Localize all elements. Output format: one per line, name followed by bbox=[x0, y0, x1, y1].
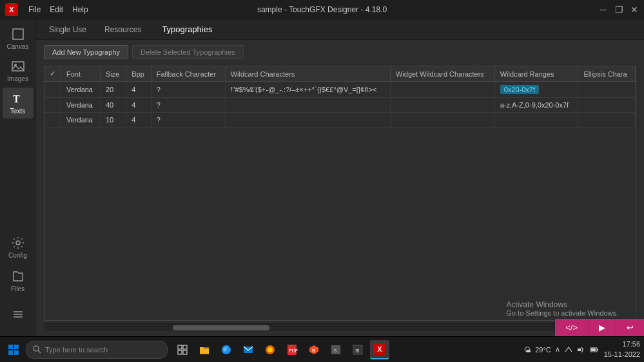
weather-icon: 🌤 bbox=[524, 346, 531, 354]
clock-date: 15-11-2022 bbox=[604, 350, 640, 359]
add-typography-button[interactable]: Add New Typography bbox=[44, 45, 128, 59]
tab-single-use[interactable]: Single Use bbox=[41, 23, 94, 37]
taskbar-right: 🌤 29°C ∧ 17:56 15-11-2022 bbox=[524, 339, 640, 359]
delete-typography-button[interactable]: Delete Selected Typographies bbox=[132, 45, 244, 59]
sidebar-item-bars[interactable] bbox=[3, 299, 34, 330]
row3-wildcard-ranges bbox=[494, 113, 578, 128]
sidebar-item-files[interactable]: Files bbox=[3, 265, 34, 296]
svg-text:T: T bbox=[13, 93, 20, 104]
sidebar-item-config[interactable]: Config bbox=[3, 232, 34, 263]
svg-text:PDF: PDF bbox=[289, 348, 298, 353]
bottom-toolbar: </> ▶ ↩ bbox=[555, 319, 644, 336]
page-title: Typographies bbox=[151, 22, 222, 37]
svg-point-12 bbox=[34, 346, 39, 351]
config-icon bbox=[11, 236, 25, 250]
row2-font: Verdana bbox=[61, 98, 101, 113]
row2-ellipsis bbox=[578, 98, 636, 113]
svg-text:S: S bbox=[333, 348, 337, 354]
typography-content: Add New Typography Delete Selected Typog… bbox=[36, 40, 644, 336]
network-icon bbox=[564, 345, 573, 354]
sidebar-bottom: Config Files bbox=[3, 232, 34, 336]
run-button[interactable]: ▶ bbox=[589, 319, 616, 336]
sub-tabs-bar: Single Use Resources Typographies bbox=[36, 19, 644, 40]
row1-ellipsis bbox=[578, 82, 636, 98]
system-tray: 🌤 29°C ∧ bbox=[524, 345, 599, 354]
col-wildcard-ranges: Wildcard Ranges bbox=[494, 66, 578, 82]
brave-icon[interactable]: B bbox=[304, 340, 324, 359]
sidebar-label-canvas: Canvas bbox=[7, 43, 29, 50]
search-icon bbox=[33, 345, 41, 354]
menu-help[interactable]: Help bbox=[72, 5, 88, 14]
mail-icon[interactable] bbox=[239, 340, 258, 359]
menu-edit[interactable]: Edit bbox=[50, 5, 63, 14]
row1-checkbox[interactable] bbox=[44, 82, 61, 98]
sidebar-label-images: Images bbox=[7, 75, 28, 82]
title-bar: X File Edit Help sample - TouchGFX Desig… bbox=[0, 0, 644, 19]
start-button[interactable] bbox=[4, 340, 23, 359]
menu-file[interactable]: File bbox=[28, 5, 41, 14]
row1-fallback: ? bbox=[151, 82, 225, 98]
svg-point-21 bbox=[268, 347, 273, 352]
table-row[interactable]: Verdana 20 4 ? !"#$%&'($+‑@_‑.:?/–±×++°`… bbox=[44, 82, 636, 98]
app-icon-2[interactable]: ⊞ bbox=[348, 340, 367, 359]
sidebar-label-texts: Texts bbox=[10, 108, 25, 115]
temperature-display: 29°C bbox=[535, 346, 551, 354]
maximize-button[interactable]: ❐ bbox=[614, 5, 623, 14]
firefox-icon[interactable] bbox=[260, 340, 280, 359]
row1-size: 20 bbox=[100, 82, 126, 98]
scroll-thumb[interactable] bbox=[173, 325, 269, 330]
canvas-icon bbox=[11, 27, 25, 41]
svg-rect-14 bbox=[178, 345, 182, 349]
col-widget-wildcard: Widget Wildcard Characters bbox=[390, 66, 494, 82]
svg-rect-0 bbox=[13, 29, 23, 39]
touchgfx-icon[interactable]: X bbox=[370, 340, 389, 359]
app-icon-1[interactable]: S bbox=[326, 340, 346, 359]
svg-rect-10 bbox=[8, 350, 13, 355]
volume-icon bbox=[577, 345, 586, 354]
col-fallback: Fallback Character bbox=[151, 66, 225, 82]
tab-resources[interactable]: Resources bbox=[97, 23, 149, 37]
svg-line-13 bbox=[38, 350, 41, 353]
pdf-icon[interactable]: PDF bbox=[282, 340, 302, 359]
row1-wildcard: !"#$%&'($+‑@_‑.:?/–±×++°`{}$€£°@V_=[]¢ℓ\… bbox=[225, 82, 390, 98]
window-title: sample - TouchGFX Designer - 4.18.0 bbox=[257, 5, 387, 14]
svg-rect-17 bbox=[183, 350, 187, 354]
typography-table: ✓ Font Size Bpp Fallback Character Wildc… bbox=[44, 66, 636, 321]
row3-widget-wildcard bbox=[390, 113, 494, 128]
files-icon bbox=[11, 269, 25, 283]
main-content: Single Use Resources Typographies Add Ne… bbox=[36, 19, 644, 336]
svg-text:B: B bbox=[312, 348, 315, 354]
svg-rect-9 bbox=[14, 345, 19, 349]
table-row[interactable]: Verdana 10 4 ? bbox=[44, 113, 636, 128]
sidebar: Canvas Images T Texts Config bbox=[0, 19, 36, 336]
row3-font: Verdana bbox=[61, 113, 101, 128]
system-clock[interactable]: 17:56 15-11-2022 bbox=[604, 339, 640, 359]
edge-icon[interactable] bbox=[217, 340, 236, 359]
row3-wildcard bbox=[225, 113, 390, 128]
row2-widget-wildcard bbox=[390, 98, 494, 113]
row2-checkbox[interactable] bbox=[44, 98, 61, 113]
col-checkbox: ✓ bbox=[44, 66, 61, 82]
svg-rect-33 bbox=[591, 348, 596, 351]
close-button[interactable]: ✕ bbox=[630, 5, 639, 14]
row3-fallback: ? bbox=[151, 113, 225, 128]
svg-rect-16 bbox=[178, 350, 182, 354]
row3-size: 10 bbox=[100, 113, 126, 128]
horizontal-scrollbar[interactable] bbox=[44, 323, 636, 331]
chevron-up-icon[interactable]: ∧ bbox=[555, 345, 560, 354]
taskbar: Type here to search PDF B S ⊞ X bbox=[0, 336, 644, 362]
sidebar-item-canvas[interactable]: Canvas bbox=[3, 23, 34, 54]
task-view-button[interactable] bbox=[173, 340, 192, 359]
row3-checkbox[interactable] bbox=[44, 113, 61, 128]
col-size: Size bbox=[100, 66, 126, 82]
taskbar-search-box[interactable]: Type here to search bbox=[26, 341, 168, 359]
main-area: Canvas Images T Texts Config bbox=[0, 19, 644, 336]
minimize-button[interactable]: ─ bbox=[599, 5, 608, 14]
table-row[interactable]: Verdana 40 4 ? a-z,A-Z,0-9,0x20-0x7f bbox=[44, 98, 636, 113]
sidebar-item-images[interactable]: Images bbox=[3, 55, 34, 86]
sidebar-item-texts[interactable]: T Texts bbox=[3, 88, 34, 119]
file-explorer-icon[interactable] bbox=[195, 340, 214, 359]
svg-rect-11 bbox=[14, 350, 19, 355]
code-button[interactable]: </> bbox=[555, 319, 589, 336]
back-button[interactable]: ↩ bbox=[616, 319, 644, 336]
